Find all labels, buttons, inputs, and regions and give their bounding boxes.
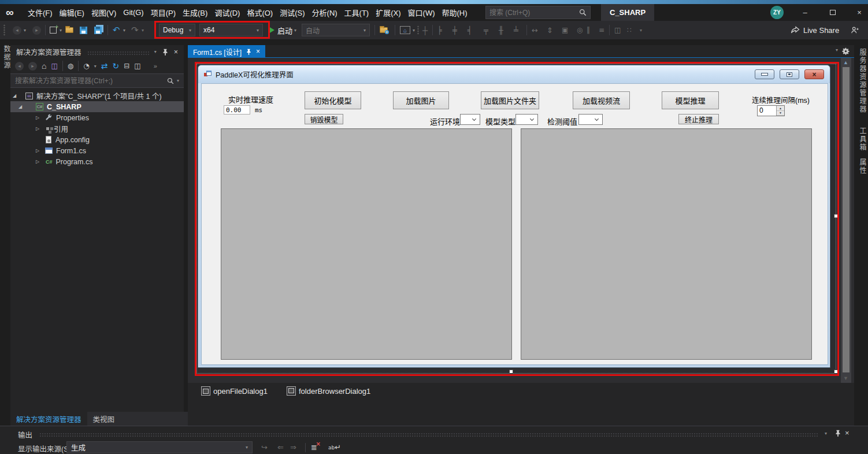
vertical-spacing-icon[interactable]: ≡ [599,21,604,39]
toolbar-grip[interactable] [3,24,5,36]
panel-drag-dots[interactable] [39,433,819,437]
redo-icon[interactable]: ↷ [131,21,139,39]
forms-designer-surface[interactable]: PaddleX可视化推理界面 × 实时推理速度 ms 初始化模型 加载图片 加载… [188,58,854,383]
close-panel-icon[interactable]: × [174,48,178,56]
properties-tab[interactable]: 属性 [858,158,867,175]
collapsed-arrow-icon[interactable]: ▷ [35,126,40,131]
previous-message-icon[interactable]: ⇐ [277,441,284,453]
tree-row-properties[interactable]: ▷ Properties [10,112,184,123]
menu-analyze[interactable]: 分析(N) [309,7,341,18]
save-icon[interactable] [80,27,87,34]
designer-vertical-scrollbar[interactable]: ▲ ▼ [841,58,851,383]
solution-explorer-search-input[interactable] [15,77,167,85]
close-window-button[interactable]: × [850,4,868,21]
toolbar-overflow-icon[interactable]: ▾ [640,28,642,33]
size-to-grid-icon[interactable]: ◎ [577,21,583,39]
tree-row-appconfig[interactable]: App.config [10,134,184,145]
scroll-up-icon[interactable]: ▲ [843,60,848,65]
make-same-width-icon[interactable]: ↔ [532,21,538,39]
tab-class-view[interactable]: 类视图 [87,412,121,426]
menu-view[interactable]: 视图(V) [88,7,120,18]
scrollbar-thumb[interactable] [843,67,850,372]
send-to-back-icon[interactable]: ∷ [627,21,632,39]
align-centers-icon[interactable]: ╪ [452,21,457,39]
preview-in-browser-icon[interactable]: ⌂ [400,26,410,34]
expanded-arrow-icon[interactable]: ◢ [17,104,23,109]
se-forward-icon[interactable]: ▸ [28,62,37,71]
redo-dropdown-icon[interactable]: ▾ [142,28,144,33]
menu-debug[interactable]: 调试(D) [211,7,243,18]
menu-help[interactable]: 帮助(H) [438,7,470,18]
pin-icon[interactable] [835,430,841,437]
word-wrap-icon[interactable]: ab↵ [328,441,341,453]
collapsed-arrow-icon[interactable]: ▷ [35,148,40,153]
close-document-icon[interactable]: × [256,47,260,56]
window-position-dropdown-icon[interactable]: ▾ [154,49,157,54]
scroll-down-icon[interactable]: ▼ [843,375,848,381]
home-icon[interactable]: ⌂ [42,61,46,71]
make-same-size-icon[interactable]: ▣ [562,21,568,39]
bring-to-front-icon[interactable]: ◫ [614,21,621,39]
align-rights-icon[interactable]: ╡ [468,21,472,39]
align-bottoms-icon[interactable]: ╧ [514,21,518,39]
menu-test[interactable]: 测试(S) [276,7,308,18]
se-back-icon[interactable]: ◂ [15,62,24,71]
solution-name-badge[interactable]: C_SHARP [601,4,654,21]
tree-row-form1[interactable]: ▷ Form1.cs [10,145,184,156]
maximize-window-button[interactable] [823,4,843,21]
output-source-dropdown[interactable]: 生成 ▾ [66,441,253,453]
gear-icon[interactable] [842,47,850,55]
align-middles-icon[interactable]: ╫ [499,21,503,39]
active-files-dropdown-icon[interactable]: ▾ [836,47,838,53]
open-file-icon[interactable] [65,27,73,33]
undo-icon[interactable]: ↶ [113,21,120,39]
collapse-all-icon[interactable]: ⊟ [124,62,129,70]
clear-all-icon[interactable]: ≣× [311,441,317,453]
tree-row-references[interactable]: ▷ 引用 [10,123,184,134]
menu-window[interactable]: 窗口(W) [405,7,439,18]
folder-browser-dialog-component[interactable]: folderBrowserDialog1 [287,386,370,396]
pin-icon[interactable] [162,49,168,56]
make-same-height-icon[interactable]: ⇕ [547,21,553,39]
switch-views-icon[interactable]: ◫ [51,62,57,70]
window-position-dropdown-icon[interactable]: ▾ [825,431,827,436]
tree-row-program[interactable]: ▷ C# Program.cs [10,156,184,167]
quick-search-box[interactable] [485,6,591,19]
collapsed-arrow-icon[interactable]: ▷ [35,159,40,164]
tree-row-solution[interactable]: ◢ ∞ 解决方案"C_SHARP"(1 个项目/共 1 个) [10,90,184,101]
menu-file[interactable]: 文件(F) [24,7,56,18]
server-explorer-tab[interactable]: 服务器资源管理器 [858,49,867,113]
minimize-window-button[interactable]: – [795,4,815,21]
menu-git[interactable]: Git(G) [120,8,147,17]
quick-search-input[interactable] [489,9,579,17]
start-debug-button[interactable]: 启动 [277,21,292,39]
menu-extensions[interactable]: 扩展(X) [372,7,404,18]
navigate-back-dropdown-icon[interactable]: ▾ [24,28,26,33]
live-share-button[interactable]: Live Share [803,21,839,39]
menu-format[interactable]: 格式(O) [243,7,276,18]
navigate-back-icon[interactable]: ◂ [13,26,21,35]
save-all-icon[interactable] [94,27,102,34]
undo-dropdown-icon[interactable]: ▾ [123,28,125,33]
account-avatar[interactable]: ZY [770,6,784,19]
next-message-icon[interactable]: ⇒ [290,441,296,453]
tab-solution-explorer[interactable]: 解决方案资源管理器 [10,412,87,426]
feedback-person-icon[interactable] [851,26,859,34]
align-lefts-icon[interactable]: ╞ [437,21,442,39]
panel-drag-dots[interactable] [87,51,150,55]
sync-with-active-document-icon[interactable]: ↻ [113,61,120,71]
menu-build[interactable]: 生成(B) [179,7,211,18]
open-file-dialog-component[interactable]: openFileDialog1 [201,386,268,396]
toolbox-tab[interactable]: 工具箱 [858,127,867,152]
pending-changes-filter-icon[interactable]: ◔ [83,62,89,70]
menu-edit[interactable]: 编辑(E) [56,7,88,18]
filter-dropdown-icon[interactable]: ▾ [94,64,97,69]
new-project-dropdown-icon[interactable]: ▾ [60,28,62,33]
navigate-forward-icon[interactable]: ▸ [32,26,41,35]
align-tops-icon[interactable]: ╤ [484,21,488,39]
expanded-arrow-icon[interactable]: ◢ [12,93,17,98]
refresh-icon[interactable]: ⇄ [101,61,108,71]
pin-icon[interactable] [246,49,251,55]
collapsed-arrow-icon[interactable]: ▷ [35,115,40,120]
menu-tools[interactable]: 工具(T) [341,7,373,18]
